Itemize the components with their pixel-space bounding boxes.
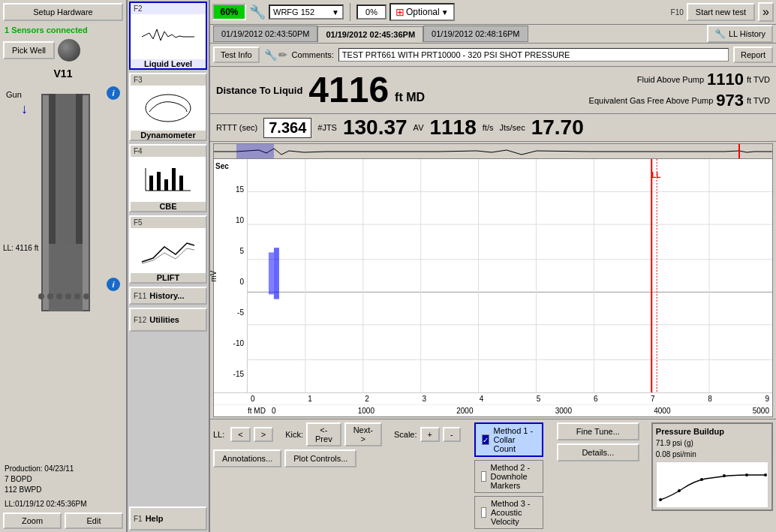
ll-history-button[interactable]: 🔧 LL History [707, 25, 773, 43]
fluid-above-pump-unit: ft TVD [747, 75, 770, 84]
fkey-f5-thumb [131, 228, 206, 273]
tab-time3[interactable]: 01/19/2012 02:48:16PM [423, 26, 528, 42]
ll-depth-label: LL: 4116 ft [3, 244, 38, 393]
jts-value: 130.37 [343, 116, 408, 140]
annotations-button[interactable]: Annotations... [213, 449, 281, 467]
scale-label: Scale: [394, 430, 417, 439]
y-label-n10: -10 [233, 339, 244, 347]
method1-checkbox[interactable] [482, 434, 489, 445]
fkey-f5[interactable]: F5 PLIFT [129, 215, 207, 284]
ll-nav-row: LL: < > Kick: <-Prev Next-> Scale: + - [213, 422, 461, 446]
optional-area[interactable]: ⊞ Optional ▼ [390, 3, 455, 21]
info-icon-top[interactable]: i [107, 86, 120, 100]
pick-well-button[interactable]: Pick Well [3, 41, 55, 59]
y-label-15: 15 [236, 185, 244, 194]
wrfg-select[interactable]: WRFG 152 ▼ [269, 5, 344, 20]
scale-minus-button[interactable]: - [443, 427, 461, 442]
pressure-buildup-panel: Pressure Buildup 71.9 psi (g) 0.08 psi/m… [651, 422, 773, 511]
well-name-label: V11 [0, 65, 126, 83]
tab-time1[interactable]: 01/19/2012 02:43:50PM [213, 26, 317, 42]
x-sec-3: 3 [422, 395, 426, 403]
method2-item[interactable]: Method 2 - Downhole Markers [474, 460, 543, 493]
start-new-test-button[interactable]: Start new test [687, 3, 755, 21]
scale-plus-button[interactable]: + [420, 427, 440, 442]
kick-prev-button[interactable]: <-Prev [306, 422, 341, 446]
y-axis-labels: 15 10 5 0 -5 -10 -15 [214, 159, 247, 392]
fkey-f11-num: F11 [134, 292, 146, 300]
fkey-f4[interactable]: F4 CBE [129, 144, 207, 212]
method3-item[interactable]: Method 3 - Acoustic Velocity [474, 496, 543, 529]
right-action-buttons: Fine Tune... Details... [557, 422, 639, 461]
jts-label: #JTS [317, 123, 337, 132]
fkey-panel: F2 Liquid Level F3 D [128, 0, 210, 532]
fkey-f3-thumb [131, 86, 206, 131]
svg-point-39 [745, 473, 748, 476]
pressure-buildup-rate: 0.08 psi/min [656, 450, 768, 458]
svg-rect-6 [149, 176, 153, 191]
method3-checkbox[interactable] [481, 507, 486, 518]
svg-rect-11 [138, 232, 198, 269]
tab-time2[interactable]: 01/19/2012 02:45:36PM [317, 26, 423, 42]
bottom-controls: LL: < > Kick: <-Prev Next-> Scale: + - A… [210, 419, 776, 532]
x-sec-7: 7 [651, 395, 655, 403]
setup-hardware-button[interactable]: Setup Hardware [3, 3, 123, 21]
mv-label: mV [209, 270, 218, 281]
sec-label: Sec [215, 162, 229, 170]
percent-button[interactable]: 60% [212, 4, 246, 20]
zoom-edit-row: Zoom Edit [0, 509, 126, 532]
x-ft-4000: 4000 [654, 407, 670, 415]
pencil-icon[interactable]: ✏ [278, 49, 287, 61]
zoom-button[interactable]: Zoom [3, 512, 62, 529]
ll-nav-label: LL: [213, 430, 224, 439]
fluid-above-pump-value: 1110 [707, 70, 744, 89]
svg-point-37 [700, 478, 703, 481]
y-axis: Sec 15 10 5 0 -5 -10 -15 mV [214, 159, 248, 392]
fkey-f12-num: F12 [134, 316, 146, 324]
fkey-f1[interactable]: F1 Help [129, 506, 207, 530]
x-axis-sec: 0 1 2 3 4 5 6 7 8 9 [214, 392, 772, 404]
plot-controls-button[interactable]: Plot Controls... [284, 449, 356, 467]
wrfg-dropdown-arrow[interactable]: ▼ [332, 8, 339, 17]
x-ft-5000: 5000 [753, 407, 769, 415]
x-sec-4: 4 [480, 395, 484, 403]
production-date: Production: 04/23/11 [5, 464, 122, 474]
av-value: 1118 [429, 116, 476, 140]
gun-label: Gun [6, 90, 22, 99]
x-axis-ft: ft MD 0 1000 2000 3000 4000 5000 [214, 404, 772, 416]
perf-dot [83, 293, 89, 299]
distance-unit: ft MD [395, 91, 425, 110]
svg-rect-10 [179, 176, 183, 191]
bwpd-label: 112 BWPD [5, 485, 122, 495]
test-info-button[interactable]: Test Info [213, 47, 260, 63]
method2-checkbox[interactable] [481, 471, 486, 482]
report-button[interactable]: Report [733, 47, 773, 63]
kick-next-button[interactable]: Next-> [344, 422, 382, 446]
fkey-f2[interactable]: F2 Liquid Level [129, 2, 207, 70]
comments-value[interactable]: TEST PRT661 WITH PRT10000 - 320 PSI SHOT… [338, 48, 729, 62]
fkey-f11[interactable]: F11 History... [129, 287, 207, 305]
svg-rect-29 [269, 252, 274, 294]
edit-button[interactable]: Edit [65, 512, 123, 529]
edit-icons: 🔧 ✏ [264, 49, 287, 61]
fkey-f4-thumb [131, 157, 206, 202]
fine-tune-button[interactable]: Fine Tune... [557, 422, 639, 440]
pressure-buildup-title: Pressure Buildup [656, 427, 768, 436]
ll-prev-button[interactable]: < [230, 427, 250, 442]
svg-rect-30 [274, 248, 279, 299]
svg-point-35 [659, 498, 662, 501]
details-button[interactable]: Details... [557, 443, 639, 461]
method1-item[interactable]: Method 1 - Collar Count [474, 422, 543, 457]
fkey-f3[interactable]: F3 Dynamometer [129, 73, 207, 141]
x-sec-5: 5 [537, 395, 541, 403]
fkey-f12[interactable]: F12 Utilities [129, 308, 207, 332]
wrench-icon2[interactable]: 🔧 [264, 49, 277, 61]
ll-next-button[interactable]: > [254, 427, 273, 442]
optional-dropdown-arrow[interactable]: ▼ [441, 8, 449, 17]
perf-dot [38, 293, 44, 299]
x-ft-0: 0 [272, 407, 276, 415]
double-arrow-button[interactable]: » [758, 2, 774, 22]
fkey-f2-thumb [131, 14, 206, 59]
annotation-row: Annotations... Plot Controls... [213, 449, 461, 470]
equiv-gas-free-label: Equivalent Gas Free Above Pump [589, 96, 714, 105]
info-icon-bottom[interactable]: i [107, 278, 120, 291]
